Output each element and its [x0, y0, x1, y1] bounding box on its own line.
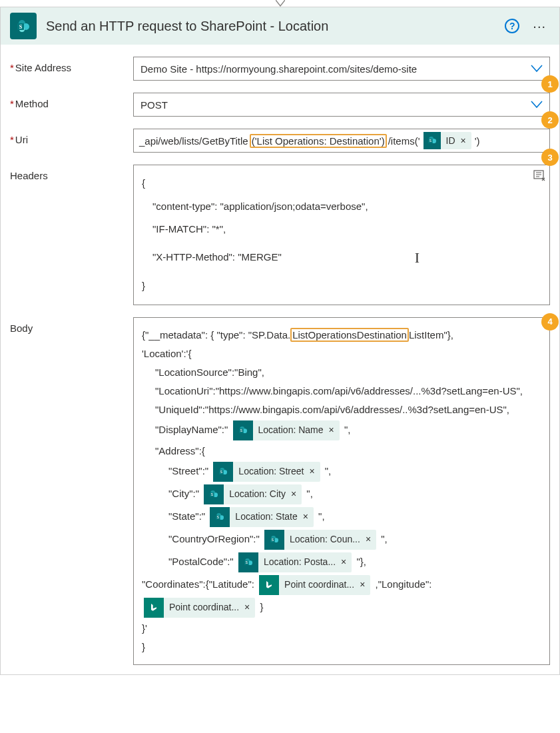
body-highlight: ListOperationsDestination: [290, 328, 409, 342]
body-line: Point coordinat...× }: [142, 598, 541, 618]
flow-connector-arrow: [276, 0, 285, 7]
body-line: "DisplayName":" S Location: Name× ",: [142, 420, 541, 440]
annotation-badge-3: 3: [541, 149, 559, 166]
body-line: }: [142, 639, 541, 655]
token-label: Point coordinat...: [284, 577, 354, 592]
site-address-row: *Site Address Demo Site - https://normyo…: [10, 57, 550, 81]
uri-text-suffix: '): [475, 135, 480, 147]
sharepoint-token-icon: S: [210, 507, 230, 527]
method-value: POST: [140, 99, 168, 111]
token-remove-icon[interactable]: ×: [244, 600, 250, 614]
body-row: Body 4 {"__metadata": { "type": "SP.Data…: [10, 317, 550, 665]
headers-row: Headers { "content-type": "application/j…: [10, 165, 550, 305]
body-line: 'Location':'{: [142, 346, 541, 362]
body-line: "Street":" SLocation: Street× ",: [142, 462, 541, 482]
body-line: "PostalCode":" SLocation: Posta...× "},: [142, 552, 541, 572]
headers-line: }: [142, 280, 145, 291]
body-line: "CountryOrRegion":" SLocation: Coun...× …: [142, 530, 541, 550]
body-line: "State":" SLocation: State× ",: [142, 507, 541, 527]
bing-token-icon: [259, 575, 279, 595]
switch-to-text-icon[interactable]: [533, 169, 547, 183]
token-remove-icon[interactable]: ×: [461, 135, 466, 146]
dynamic-token-location-name[interactable]: S Location: Name×: [233, 420, 340, 440]
svg-text:S: S: [211, 492, 214, 496]
dynamic-token-location-street[interactable]: SLocation: Street×: [213, 462, 320, 482]
site-address-value: Demo Site - https://normyoung.sharepoint…: [140, 63, 417, 75]
dynamic-token-location-state[interactable]: SLocation: State×: [210, 507, 314, 527]
token-label: Location: City: [229, 486, 286, 501]
sharepoint-token-icon: S: [264, 530, 284, 550]
dynamic-token-latitude[interactable]: Point coordinat...×: [259, 575, 370, 595]
dynamic-token-location-city[interactable]: SLocation: City×: [204, 484, 302, 504]
headers-line: {: [142, 177, 145, 189]
svg-text:S: S: [19, 24, 23, 30]
token-remove-icon[interactable]: ×: [366, 532, 371, 546]
uri-text-mid: /items(': [388, 135, 420, 147]
token-remove-icon[interactable]: ×: [341, 554, 346, 569]
uri-text-prefix: _api/web/lists/GetByTitle: [139, 135, 248, 147]
sharepoint-token-icon: S: [204, 484, 224, 504]
sharepoint-token-icon: S: [238, 552, 258, 572]
svg-text:S: S: [429, 139, 431, 143]
token-label: Point coordinat...: [169, 600, 239, 614]
body-line: "UniqueId":"https://www.bingapis.com/api…: [142, 402, 541, 418]
dynamic-token-longitude[interactable]: Point coordinat...×: [144, 598, 255, 618]
dynamic-token-location-postal[interactable]: SLocation: Posta...×: [238, 552, 352, 572]
headers-line: "content-type": "application/json;odata=…: [142, 195, 368, 219]
token-label: Location: State: [235, 509, 297, 524]
token-remove-icon[interactable]: ×: [291, 486, 296, 501]
uri-label: *Uri: [10, 129, 120, 153]
method-dropdown[interactable]: POST: [133, 93, 550, 117]
svg-text:S: S: [217, 515, 220, 519]
site-address-label: *Site Address: [10, 57, 120, 81]
token-label: Location: Posta...: [264, 554, 336, 569]
body-line: "Coordinates":{"Latitude": Point coordin…: [142, 575, 541, 595]
bing-token-icon: [144, 598, 164, 618]
chevron-down-icon: [531, 63, 543, 75]
headers-input[interactable]: { "content-type": "application/json;odat…: [133, 165, 550, 305]
body-line: "Address":{: [142, 443, 541, 459]
token-remove-icon[interactable]: ×: [309, 464, 314, 478]
annotation-badge-1: 1: [541, 75, 559, 93]
help-icon[interactable]: ?: [505, 19, 519, 33]
site-address-dropdown[interactable]: Demo Site - https://normyoung.sharepoint…: [133, 57, 550, 81]
text-cursor-icon: I: [415, 241, 420, 275]
body-line: "LocationSource":"Bing",: [142, 365, 541, 380]
token-label: Location: Coun...: [290, 532, 360, 546]
action-card: S Send an HTTP request to SharePoint - L…: [0, 7, 560, 675]
sharepoint-token-icon: S: [233, 420, 253, 440]
headers-line: "IF-MATCH": "*",: [142, 218, 226, 241]
body-line: }': [142, 620, 541, 636]
annotation-badge-4: 4: [541, 313, 559, 331]
annotation-badge-2: 2: [541, 111, 559, 129]
token-remove-icon[interactable]: ×: [329, 422, 334, 437]
sharepoint-token-icon: S: [213, 462, 233, 482]
body-line: {"__metadata": { "type": "SP.Data.ListOp…: [142, 327, 541, 343]
uri-input[interactable]: _api/web/lists/GetByTitle('List Operatio…: [133, 129, 550, 153]
body-input[interactable]: {"__metadata": { "type": "SP.Data.ListOp…: [133, 317, 550, 665]
sharepoint-icon: S: [10, 13, 37, 39]
card-title: Send an HTTP request to SharePoint - Loc…: [46, 19, 495, 34]
method-label: *Method: [10, 93, 120, 117]
more-menu-icon[interactable]: ···: [529, 19, 550, 34]
svg-text:S: S: [272, 538, 274, 542]
body-line: "City":" SLocation: City× ",: [142, 484, 541, 504]
dynamic-token-location-country[interactable]: SLocation: Coun...×: [264, 530, 376, 550]
svg-text:S: S: [245, 560, 248, 564]
token-remove-icon[interactable]: ×: [303, 509, 308, 524]
uri-row: *Uri _api/web/lists/GetByTitle('List Ope…: [10, 129, 550, 153]
headers-label: Headers: [10, 165, 120, 305]
headers-line: "X-HTTP-Method": "MERGE": [142, 246, 282, 269]
uri-highlight: ('List Operations: Destination'): [250, 134, 387, 148]
token-remove-icon[interactable]: ×: [360, 577, 365, 592]
svg-text:S: S: [240, 428, 242, 432]
token-label: ID: [446, 135, 455, 146]
chevron-down-icon: [531, 99, 543, 111]
dynamic-token-id[interactable]: S ID ×: [423, 132, 471, 149]
token-label: Location: Street: [238, 464, 304, 478]
body-line: "LocationUri":"https://www.bingapis.com/…: [142, 383, 541, 399]
method-row: *Method POST 2: [10, 93, 550, 117]
body-label: Body: [10, 317, 120, 665]
card-header[interactable]: S Send an HTTP request to SharePoint - L…: [1, 7, 559, 45]
form-body: *Site Address Demo Site - https://normyo…: [1, 45, 559, 674]
